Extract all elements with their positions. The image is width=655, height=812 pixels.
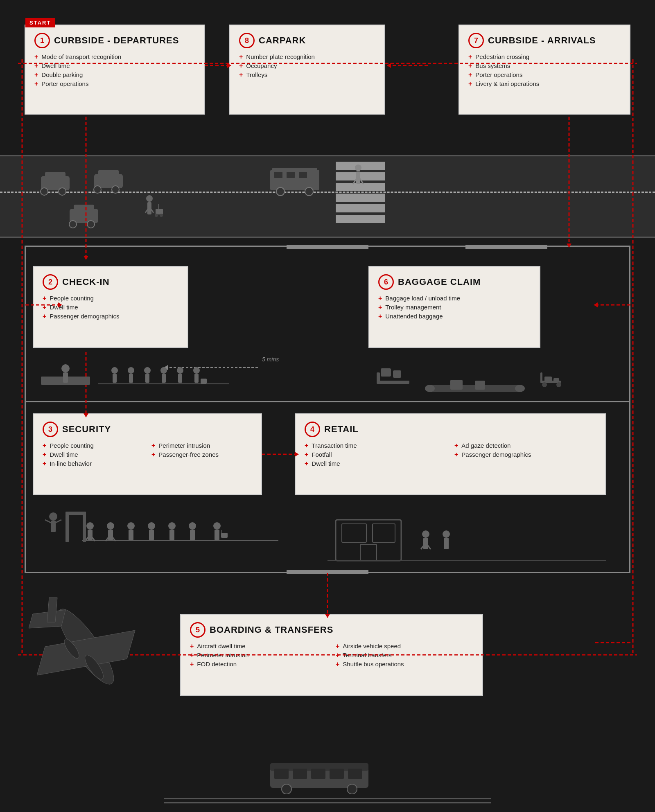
card-list-item: +Baggage load / unload time xyxy=(378,295,531,302)
svg-point-7 xyxy=(112,186,119,193)
svg-rect-60 xyxy=(113,374,117,383)
card-list-item: +Aircraft dwell time xyxy=(190,643,328,650)
svg-rect-138 xyxy=(330,769,344,779)
svg-point-78 xyxy=(425,385,435,392)
plus-icon: + xyxy=(468,80,472,88)
card-7-arrivals: 7 CURBSIDE - ARRIVALS +Pedestrian crossi… xyxy=(458,25,630,115)
arrow-to-2 xyxy=(25,301,62,309)
svg-rect-80 xyxy=(450,380,463,390)
card-item-text: Porter operations xyxy=(475,71,522,78)
card-title-5: BOARDING & TRANSFERS xyxy=(210,625,333,635)
svg-rect-111 xyxy=(221,533,228,538)
svg-marker-48 xyxy=(594,302,598,307)
plus-icon: + xyxy=(305,451,308,458)
card-list-item: +Passenger demographics xyxy=(43,313,178,320)
arrow-down-to-5 xyxy=(323,573,332,618)
svg-rect-73 xyxy=(377,381,409,384)
card-item-text: Baggage load / unload time xyxy=(385,295,460,302)
svg-rect-23 xyxy=(287,172,295,178)
svg-point-3 xyxy=(59,188,66,195)
card-item-text: In-line behavior xyxy=(50,460,92,467)
card-item-text: Shuttle bus operations xyxy=(343,661,404,668)
card-list-item: +Porter operations xyxy=(34,80,195,88)
card-list-item: +Livery & taxi operations xyxy=(468,80,621,88)
svg-rect-24 xyxy=(299,172,307,178)
plus-icon: + xyxy=(151,442,155,449)
svg-rect-125 xyxy=(444,538,449,549)
card-item-text: Perimeter intrusion xyxy=(158,442,210,449)
svg-rect-5 xyxy=(98,170,119,178)
card-item-text: FOD detection xyxy=(197,661,237,668)
arrow-1-down xyxy=(82,117,90,260)
card-item-text: Passenger demographics xyxy=(461,451,531,458)
svg-marker-46 xyxy=(295,452,299,457)
svg-rect-74 xyxy=(377,372,380,383)
svg-point-18 xyxy=(155,214,158,217)
svg-marker-129 xyxy=(29,610,66,628)
svg-point-79 xyxy=(515,385,525,392)
svg-rect-22 xyxy=(274,172,282,178)
card-list-item: +Double parking xyxy=(34,71,195,79)
svg-rect-117 xyxy=(342,524,366,542)
svg-point-26 xyxy=(305,187,313,196)
card-number-2: 2 xyxy=(43,274,58,290)
svg-rect-71 xyxy=(201,379,207,383)
card-item-text: Livery & taxi operations xyxy=(475,80,539,87)
plus-icon: + xyxy=(378,304,382,311)
card-6-items: +Baggage load / unload time+Trolley mana… xyxy=(378,295,531,320)
card-item-text: Airside vehicle speed xyxy=(343,643,401,650)
card-list-item: +Passenger-free zones xyxy=(151,451,252,458)
card-list-item: +Dwell time xyxy=(43,304,178,311)
card-3-col2: +Perimeter intrusion+Passenger-free zone… xyxy=(151,442,252,469)
plus-icon: + xyxy=(305,460,308,467)
plus-icon: + xyxy=(378,313,382,320)
baggage-claim-svg xyxy=(368,356,606,405)
road-cars-svg xyxy=(25,160,332,229)
card-3-col1: +People counting+Dwell time+In-line beha… xyxy=(43,442,143,469)
svg-point-27 xyxy=(355,165,361,171)
svg-rect-68 xyxy=(178,374,182,383)
card-item-text: Dwell time xyxy=(312,460,340,467)
card-7-items: +Pedestrian crossing+Bus systems+Porter … xyxy=(468,53,621,88)
svg-point-19 xyxy=(160,214,163,217)
card-list-item: +Footfall xyxy=(305,451,446,458)
card-number-8: 8 xyxy=(239,33,255,48)
arrow-7-down xyxy=(565,117,573,248)
svg-rect-64 xyxy=(145,374,149,383)
svg-point-124 xyxy=(443,530,450,538)
svg-point-10 xyxy=(69,221,77,228)
card-item-text: Dwell time xyxy=(50,451,78,458)
card-8-carpark: 8 CARPARK +Number plate recognition+Occu… xyxy=(229,25,385,115)
svg-marker-44 xyxy=(84,413,88,417)
card-4-col2: +Ad gaze detection+Passenger demographic… xyxy=(454,442,596,469)
svg-rect-106 xyxy=(169,530,174,540)
svg-point-2 xyxy=(41,188,48,195)
card-title-1: CURBSIDE - DEPARTURES xyxy=(54,35,179,46)
svg-rect-1 xyxy=(45,172,66,180)
svg-marker-38 xyxy=(84,256,88,260)
svg-marker-40 xyxy=(58,302,62,307)
plus-icon: + xyxy=(43,451,46,458)
arrow-5-right xyxy=(594,638,630,647)
svg-rect-118 xyxy=(373,524,395,542)
svg-point-65 xyxy=(160,367,167,374)
svg-marker-130 xyxy=(47,598,57,622)
card-number-7: 7 xyxy=(468,33,484,48)
svg-rect-104 xyxy=(149,530,154,540)
card-item-text: Transaction time xyxy=(312,442,357,449)
svg-point-105 xyxy=(168,522,176,530)
card-list-item: +Unattended baggage xyxy=(378,313,531,320)
flow-left-border xyxy=(18,59,26,653)
card-item-text: Trolley management xyxy=(385,304,441,311)
svg-point-101 xyxy=(127,522,135,530)
card-item-text: Porter operations xyxy=(41,80,88,87)
plus-icon: + xyxy=(336,661,339,668)
svg-point-61 xyxy=(128,367,134,374)
card-title-8: CARPARK xyxy=(259,35,306,46)
svg-point-57 xyxy=(61,364,70,372)
crosswalk-person xyxy=(348,164,368,196)
svg-point-107 xyxy=(189,522,196,530)
card-item-text: Footfall xyxy=(312,451,332,458)
svg-rect-70 xyxy=(194,374,199,383)
card-list-item: +Ad gaze detection xyxy=(454,442,596,449)
